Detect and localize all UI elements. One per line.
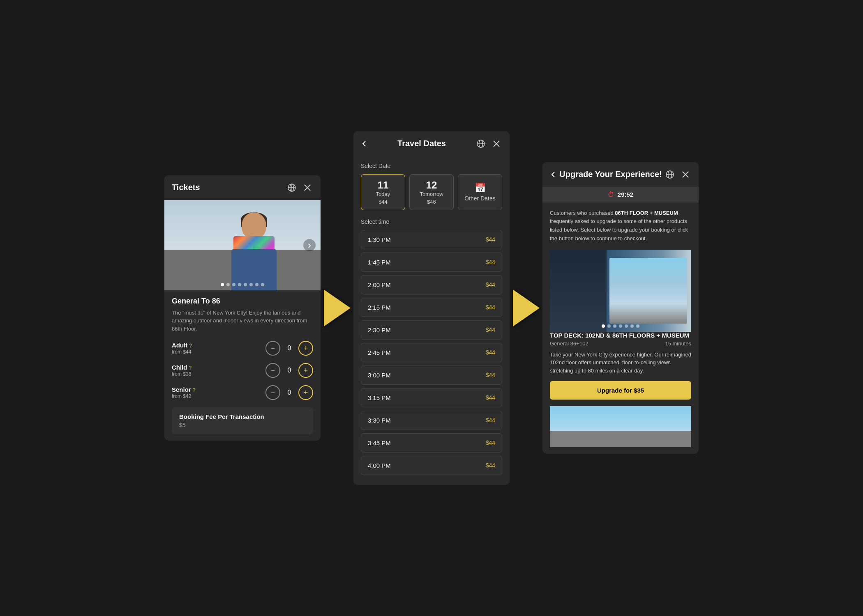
dot-5 xyxy=(244,283,247,286)
time-slots-list: 1:30 PM $44 1:45 PM $44 2:00 PM $44 2:15… xyxy=(361,230,502,475)
upgrade-title: Upgrade Your Experience! xyxy=(559,170,662,179)
adult-decrement-button[interactable]: − xyxy=(265,341,280,356)
time-slot-7[interactable]: 3:00 PM $44 xyxy=(361,365,502,385)
upgrade-button[interactable]: Upgrade for $35 xyxy=(550,381,691,400)
adult-stepper: − 0 + xyxy=(265,341,313,356)
travel-dates-back-button[interactable] xyxy=(361,140,368,147)
time-text-6: 2:45 PM xyxy=(368,349,391,356)
time-slot-1[interactable]: 1:30 PM $44 xyxy=(361,230,502,249)
timer-icon: ⏱ xyxy=(608,191,614,198)
time-slot-5[interactable]: 2:30 PM $44 xyxy=(361,320,502,340)
upgrade-back-button[interactable] xyxy=(550,171,557,178)
child-increment-button[interactable]: + xyxy=(298,363,313,378)
travel-dates-panel: Travel Dates Select Date xyxy=(353,131,510,485)
dot-4 xyxy=(238,283,241,286)
time-slot-4[interactable]: 2:15 PM $44 xyxy=(361,298,502,317)
select-time-label: Select time xyxy=(361,218,502,225)
upgrade-duration: 15 minutes xyxy=(665,340,691,347)
senior-decrement-button[interactable]: − xyxy=(265,385,280,400)
senior-option: Senior? from $42 − 0 + xyxy=(172,385,313,400)
adult-help-icon[interactable]: ? xyxy=(189,343,192,349)
adult-increment-button[interactable]: + xyxy=(298,341,313,356)
time-price-6: $44 xyxy=(486,349,495,356)
globe-icon[interactable] xyxy=(664,169,676,180)
close-icon[interactable] xyxy=(302,182,313,193)
senior-increment-button[interactable]: + xyxy=(298,385,313,400)
upgrade-dot-6 xyxy=(630,324,634,328)
date-day-tomorrow: Tomorrow xyxy=(415,191,448,197)
child-price: from $38 xyxy=(172,371,192,377)
time-text-2: 1:45 PM xyxy=(368,259,391,266)
time-price-2: $44 xyxy=(486,259,495,265)
ticket-description: The "must do" of New York City! Enjoy th… xyxy=(172,309,313,333)
hallway-left-art xyxy=(550,250,607,332)
time-price-10: $44 xyxy=(486,439,495,446)
travel-dates-body: Select Date 11 Today $44 12 Tomorrow $46… xyxy=(353,156,510,485)
date-day-today: Today xyxy=(366,191,400,197)
ticket-name: General To 86 xyxy=(172,297,313,306)
next-image-button[interactable]: › xyxy=(303,239,316,251)
adult-option: Adult? from $44 − 0 + xyxy=(172,341,313,356)
upgrade-body: Customers who purchased 86TH FLOOR + MUS… xyxy=(542,202,699,454)
time-slot-6[interactable]: 2:45 PM $44 xyxy=(361,343,502,362)
dot-2 xyxy=(226,283,230,286)
arrow-1 xyxy=(321,290,353,326)
time-slot-2[interactable]: 1:45 PM $44 xyxy=(361,253,502,272)
time-price-5: $44 xyxy=(486,326,495,333)
dot-1 xyxy=(221,283,224,286)
time-slot-9[interactable]: 3:30 PM $44 xyxy=(361,411,502,430)
adult-count: 0 xyxy=(285,345,293,352)
child-option: Child? from $38 − 0 + xyxy=(172,363,313,378)
date-card-tomorrow[interactable]: 12 Tomorrow $46 xyxy=(409,174,454,210)
time-slot-11[interactable]: 4:00 PM $44 xyxy=(361,456,502,475)
senior-price: from $42 xyxy=(172,393,195,399)
child-decrement-button[interactable]: − xyxy=(265,363,280,378)
time-price-7: $44 xyxy=(486,372,495,378)
roof-art xyxy=(550,431,691,447)
date-price-today: $44 xyxy=(366,199,400,205)
globe-icon[interactable] xyxy=(286,182,298,193)
close-icon[interactable] xyxy=(680,169,691,180)
travel-dates-title: Travel Dates xyxy=(397,139,446,148)
adult-price: from $44 xyxy=(172,349,192,355)
upgrade-dot-3 xyxy=(613,324,616,328)
arrow-2 xyxy=(510,290,542,326)
child-help-icon[interactable]: ? xyxy=(189,365,192,371)
senior-count: 0 xyxy=(285,389,293,396)
date-options: 11 Today $44 12 Tomorrow $46 📅 Other Dat… xyxy=(361,174,502,210)
time-price-9: $44 xyxy=(486,417,495,423)
dot-8 xyxy=(261,283,264,286)
date-price-tomorrow: $46 xyxy=(415,199,448,205)
calendar-icon: 📅 xyxy=(475,183,486,193)
time-text-11: 4:00 PM xyxy=(368,462,391,469)
upgrade-product-image xyxy=(550,250,691,332)
tickets-body: General To 86 The "must do" of New York … xyxy=(164,290,321,441)
time-slot-3[interactable]: 2:00 PM $44 xyxy=(361,275,502,294)
time-text-7: 3:00 PM xyxy=(368,372,391,379)
upgrade-dot-1 xyxy=(602,324,605,328)
time-slot-8[interactable]: 3:15 PM $44 xyxy=(361,388,502,407)
time-text-3: 2:00 PM xyxy=(368,281,391,288)
time-slot-10[interactable]: 3:45 PM $44 xyxy=(361,433,502,453)
person-art xyxy=(225,212,283,290)
time-text-5: 2:30 PM xyxy=(368,326,391,333)
booking-fee-section: Booking Fee Per Transaction $5 xyxy=(172,407,313,434)
time-price-8: $44 xyxy=(486,394,495,401)
app-container: Tickets xyxy=(164,131,699,485)
booking-fee-price: $5 xyxy=(179,422,306,428)
tickets-title: Tickets xyxy=(172,183,200,192)
upgrade-dot-2 xyxy=(607,324,611,328)
upgrade-image-dots xyxy=(602,324,639,328)
senior-help-icon[interactable]: ? xyxy=(193,387,196,393)
time-text-1: 1:30 PM xyxy=(368,236,391,243)
date-card-other[interactable]: 📅 Other Dates xyxy=(458,174,502,210)
countdown-timer: ⏱ 29:52 xyxy=(542,187,699,202)
globe-icon[interactable] xyxy=(475,138,487,149)
date-card-today[interactable]: 11 Today $44 xyxy=(361,174,405,210)
other-dates-label: Other Dates xyxy=(464,195,495,202)
upgrade-header: Upgrade Your Experience! xyxy=(542,162,699,187)
dot-6 xyxy=(249,283,253,286)
child-label: Child xyxy=(172,364,187,371)
close-icon[interactable] xyxy=(491,138,502,149)
travel-dates-header: Travel Dates xyxy=(353,131,510,156)
